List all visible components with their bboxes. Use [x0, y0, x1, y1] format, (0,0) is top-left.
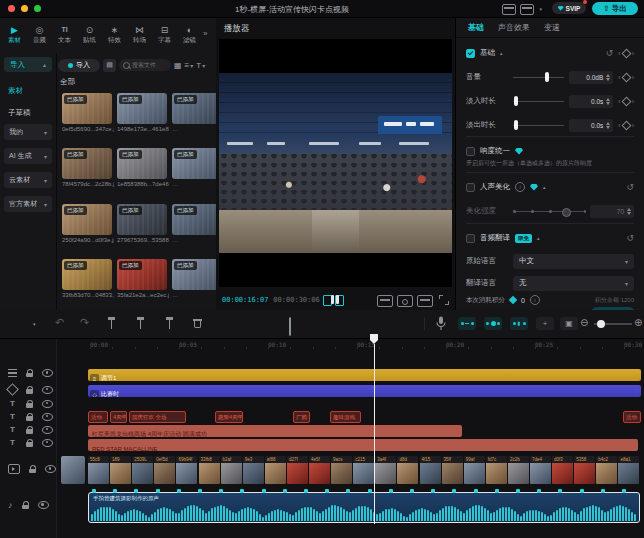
fade-out-slider[interactable] [513, 120, 564, 130]
timeline-zoom-thumb[interactable] [597, 320, 605, 328]
video-clip[interactable]: 0ef5d [154, 456, 175, 484]
beat-marker[interactable] [92, 489, 96, 493]
source-language-select[interactable]: 中文 ▾ [513, 254, 634, 269]
tab-字幕[interactable]: ⊟字幕 [152, 20, 177, 50]
tab-音频[interactable]: ◎音频 [27, 20, 52, 50]
media-thumbnail[interactable]: 已添加 [117, 259, 167, 290]
text-clip[interactable]: 活动 [88, 411, 108, 423]
layout-caret-icon[interactable]: ▾ [539, 6, 542, 12]
tab-滤镜[interactable]: ◐滤镜 [177, 20, 202, 50]
lock-icon[interactable] [26, 439, 33, 447]
reset-icon[interactable]: ↺ [606, 48, 614, 58]
record-voiceover-icon[interactable] [436, 316, 446, 331]
collapse-icon[interactable]: ▴ [500, 50, 503, 56]
beat-marker[interactable] [113, 489, 117, 493]
video-clip[interactable]: b2af [221, 456, 242, 484]
lock-icon[interactable] [26, 369, 33, 377]
fullscreen-icon[interactable] [439, 295, 449, 305]
subtitle-text-clip[interactable]: RED STAR MACALLINE [88, 439, 638, 451]
more-tabs-icon[interactable]: » [203, 29, 207, 38]
video-clip[interactable]: 69b94f [176, 456, 197, 484]
collapse-icon[interactable]: ▴ [543, 184, 546, 190]
beat-marker[interactable] [198, 489, 202, 493]
beat-marker[interactable] [368, 489, 372, 493]
video-clip[interactable]: 2c2b [508, 456, 529, 484]
beat-marker[interactable] [516, 489, 520, 493]
beat-marker[interactable] [601, 489, 605, 493]
media-thumbnail[interactable]: 已添加 [62, 148, 112, 179]
eye-icon[interactable] [42, 426, 53, 434]
info-icon[interactable]: i [515, 182, 525, 192]
reset-icon[interactable]: ↺ [626, 233, 634, 243]
keyframe-control[interactable]: ‹› [618, 74, 634, 81]
info-icon[interactable]: i [530, 295, 540, 305]
beat-marker[interactable] [474, 489, 478, 493]
beat-marker[interactable] [156, 489, 160, 493]
video-clip[interactable]: d8d [397, 456, 418, 484]
select-tool-caret-icon[interactable]: ▾ [33, 321, 36, 327]
tab-素材[interactable]: ▶素材 [2, 20, 27, 50]
video-clip[interactable]: fd7c [486, 456, 507, 484]
tab-转场[interactable]: ⋈转场 [127, 20, 152, 50]
lock-icon[interactable] [26, 413, 33, 421]
video-clip[interactable]: 5358 [574, 456, 595, 484]
text-clip[interactable]: 4周年 [110, 411, 127, 423]
import-button[interactable]: 导入 [58, 59, 100, 72]
eye-icon[interactable] [38, 501, 49, 509]
lock-icon[interactable] [26, 386, 33, 394]
beat-marker[interactable] [325, 489, 329, 493]
video-clip[interactable]: 99af [464, 456, 485, 484]
sidebar-item-子草稿[interactable]: 子草稿 [0, 102, 56, 124]
beat-marker[interactable] [283, 489, 287, 493]
fade-out-value[interactable]: 0.0s [569, 119, 613, 132]
timeline[interactable]: 00:0000:0500:1000:1500:2000:2500:30 TTTT… [0, 338, 644, 538]
eye-icon[interactable] [42, 369, 53, 377]
redo-icon[interactable]: ↷ [80, 316, 89, 329]
media-thumbnail[interactable]: 已添加 [62, 93, 112, 124]
keyframe-control[interactable]: ‹› [618, 98, 634, 105]
eye-icon[interactable] [42, 400, 53, 408]
effect-clip[interactable]: ◇比赛时 [88, 385, 641, 397]
video-clip[interactable]: 189 [110, 456, 131, 484]
beat-marker[interactable] [219, 489, 223, 493]
collapse-icon[interactable]: ▴ [537, 235, 540, 241]
media-thumbnail[interactable]: 已添加 [172, 93, 216, 124]
media-thumbnail[interactable]: 已添加 [117, 148, 167, 179]
banner-text-clip[interactable]: 红星美凯龙仙桃商场 4周年庆活动 圆满成功 [88, 425, 462, 437]
tab-贴纸[interactable]: ⊙贴纸 [77, 20, 102, 50]
keyframe-control[interactable]: ‹› [618, 50, 634, 57]
video-clip[interactable]: d27f [287, 456, 308, 484]
beat-marker[interactable] [177, 489, 181, 493]
zoom-in-icon[interactable]: ⊕ [634, 317, 642, 328]
tab-speed[interactable]: 变速 [544, 22, 560, 33]
sort-button[interactable]: ≡▾ [185, 61, 194, 70]
sidebar-item-云素材[interactable]: 云素材▾ [4, 172, 52, 188]
close-window-button[interactable] [8, 5, 15, 12]
tab-文本[interactable]: TI文本 [52, 20, 77, 50]
fade-in-slider[interactable] [513, 96, 564, 106]
video-clip[interactable]: b4c2 [596, 456, 617, 484]
beat-marker[interactable] [452, 489, 456, 493]
volume-slider[interactable] [513, 72, 564, 82]
linkage-toggle-icon[interactable] [484, 317, 502, 330]
lock-icon[interactable] [22, 501, 29, 509]
basic-checkbox[interactable] [466, 49, 475, 58]
video-clip[interactable]: e8a1 [618, 456, 639, 484]
video-clip[interactable]: 33fb8 [199, 456, 220, 484]
playhead-line[interactable] [374, 344, 375, 524]
video-clip[interactable]: 4f15 [420, 456, 441, 484]
media-thumbnail[interactable]: 已添加 [62, 259, 112, 290]
beat-marker[interactable] [134, 489, 138, 493]
beat-marker[interactable] [431, 489, 435, 493]
video-clip[interactable]: 7de4 [530, 456, 551, 484]
beat-marker[interactable] [537, 489, 541, 493]
audio-translate-checkbox[interactable] [466, 234, 475, 243]
export-button[interactable]: ⇧ 导出 [592, 2, 638, 15]
voice-beautify-checkbox[interactable] [466, 183, 475, 192]
eye-icon[interactable] [42, 439, 53, 447]
text-clip[interactable]: 活动 [623, 411, 641, 423]
beat-marker[interactable] [495, 489, 499, 493]
media-thumbnail[interactable]: 已添加 [172, 204, 216, 235]
media-thumbnail[interactable]: 已添加 [172, 148, 216, 179]
grid-view-icon[interactable]: ▦ [174, 61, 182, 70]
